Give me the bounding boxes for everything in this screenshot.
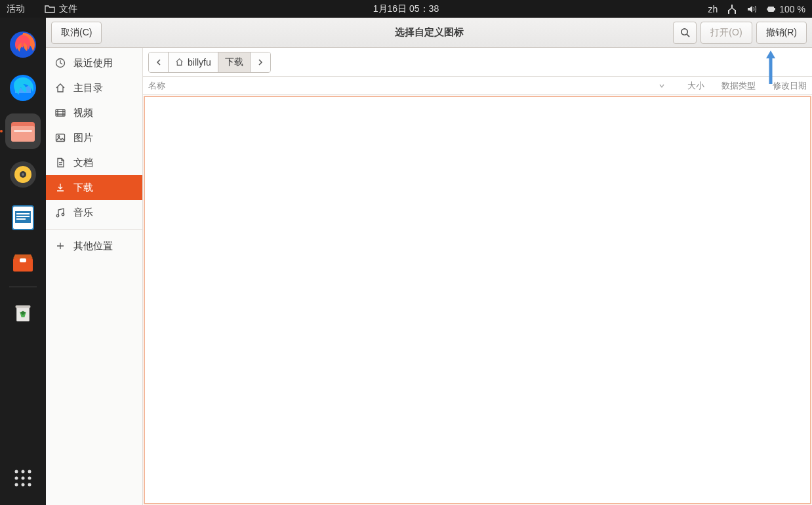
download-icon: [55, 182, 66, 193]
svg-point-31: [22, 483, 25, 487]
sidebar-item-label: 文档: [73, 157, 93, 169]
sidebar-item-music[interactable]: 音乐: [46, 200, 142, 225]
svg-rect-21: [20, 258, 26, 262]
sidebar-item-videos[interactable]: 视频: [46, 100, 142, 125]
music-icon: [55, 207, 66, 218]
svg-rect-4: [774, 8, 775, 10]
video-icon: [55, 108, 66, 118]
path-current[interactable]: 下载: [218, 52, 251, 72]
revert-button[interactable]: 撤销(R): [756, 22, 807, 44]
column-type[interactable]: 数据类型: [710, 80, 756, 92]
sidebar-separator: [46, 229, 142, 230]
sidebar-item-label: 下载: [73, 182, 93, 194]
battery-icon: [766, 4, 777, 14]
sidebar-item-recent[interactable]: 最近使用: [46, 51, 142, 75]
dock-thunderbird[interactable]: [5, 70, 41, 106]
column-name-label: 名称: [148, 80, 165, 92]
sidebar-item-pictures[interactable]: 图片: [46, 125, 142, 150]
dock-files[interactable]: [5, 113, 41, 149]
file-chooser-dialog: 取消(C) 选择自定义图标 打开(O) 撤销(R) 最近使用 主目录 视频: [46, 18, 812, 505]
dock-trash[interactable]: [5, 295, 41, 331]
home-icon: [55, 83, 66, 93]
svg-rect-8: [11, 126, 35, 142]
svg-point-28: [22, 477, 25, 480]
clock-icon: [55, 58, 66, 68]
open-button[interactable]: 打开(O): [700, 22, 752, 44]
image-icon: [55, 132, 66, 143]
path-forward[interactable]: [251, 52, 270, 72]
sidebar-item-home[interactable]: 主目录: [46, 75, 142, 100]
dock: [0, 18, 46, 505]
document-icon: [55, 157, 66, 168]
sidebar-item-label: 其他位置: [73, 240, 113, 253]
path-home[interactable]: billyfu: [169, 52, 218, 72]
svg-point-25: [22, 470, 25, 474]
chevron-left-icon: [155, 59, 162, 66]
volume-icon[interactable]: [746, 4, 757, 14]
svg-rect-23: [16, 306, 31, 308]
sidebar-item-label: 最近使用: [73, 57, 113, 70]
home-icon: [175, 58, 184, 66]
svg-point-38: [56, 214, 59, 217]
search-icon: [680, 28, 690, 37]
app-menu[interactable]: 文件: [45, 3, 77, 15]
plus-icon: [55, 241, 66, 251]
dock-firefox[interactable]: [5, 27, 41, 62]
svg-point-32: [28, 483, 31, 487]
battery-percent: 100 %: [779, 4, 805, 14]
cancel-button[interactable]: 取消(C): [51, 22, 102, 44]
gnome-topbar: 活动 文件 1月16日 05：38 zh 100 %: [0, 0, 812, 18]
svg-point-30: [15, 483, 18, 487]
places-sidebar: 最近使用 主目录 视频 图片 文档 下载: [46, 48, 143, 505]
sidebar-item-label: 主目录: [73, 82, 103, 94]
network-icon[interactable]: [727, 4, 737, 14]
svg-point-33: [681, 29, 687, 35]
svg-point-13: [22, 173, 24, 176]
svg-rect-17: [16, 213, 30, 214]
sidebar-item-other[interactable]: 其他位置: [46, 233, 142, 258]
sort-desc-icon: [659, 83, 665, 89]
sidebar-item-downloads[interactable]: 下载: [46, 175, 142, 200]
activities-button[interactable]: 活动: [7, 3, 25, 15]
app-menu-label: 文件: [59, 3, 77, 15]
dock-software[interactable]: [5, 243, 41, 279]
dock-show-apps[interactable]: [5, 460, 41, 496]
svg-rect-19: [16, 218, 26, 220]
path-group: billyfu 下载: [148, 52, 271, 73]
path-back[interactable]: [149, 52, 169, 72]
folder-icon: [45, 4, 55, 14]
svg-point-27: [15, 477, 18, 480]
svg-rect-36: [56, 134, 65, 142]
search-button[interactable]: [673, 22, 697, 44]
dialog-title: 选择自定义图标: [395, 26, 464, 39]
svg-rect-18: [16, 216, 30, 217]
column-size[interactable]: 大小: [672, 80, 704, 92]
dock-rhythmbox[interactable]: [5, 157, 41, 192]
battery-indicator[interactable]: 100 %: [766, 4, 805, 14]
path-current-label: 下载: [225, 56, 243, 68]
dialog-header: 取消(C) 选择自定义图标 打开(O) 撤销(R): [46, 18, 812, 48]
svg-rect-35: [56, 110, 65, 116]
svg-point-37: [58, 136, 60, 138]
sidebar-item-label: 视频: [73, 107, 93, 119]
svg-point-29: [28, 477, 31, 480]
main-pane: billyfu 下载 名称 大小 数据类型 修改日期: [143, 48, 812, 505]
svg-point-24: [15, 470, 18, 474]
dock-libreoffice-writer[interactable]: [5, 200, 41, 235]
pathbar: billyfu 下载: [143, 48, 812, 77]
svg-rect-9: [14, 130, 32, 132]
path-home-label: billyfu: [188, 57, 211, 68]
sidebar-item-label: 图片: [73, 132, 93, 144]
svg-point-26: [28, 470, 31, 474]
sidebar-item-label: 音乐: [73, 207, 93, 219]
dock-separator: [9, 287, 37, 287]
svg-rect-3: [768, 7, 774, 12]
file-list-empty[interactable]: [144, 96, 811, 504]
sidebar-item-documents[interactable]: 文档: [46, 150, 142, 175]
input-method-indicator[interactable]: zh: [708, 4, 718, 14]
column-name[interactable]: 名称: [148, 80, 672, 92]
chevron-right-icon: [257, 59, 264, 66]
clock[interactable]: 1月16日 05：38: [373, 3, 439, 15]
column-headers: 名称 大小 数据类型 修改日期: [143, 77, 812, 95]
column-date[interactable]: 修改日期: [761, 80, 807, 92]
